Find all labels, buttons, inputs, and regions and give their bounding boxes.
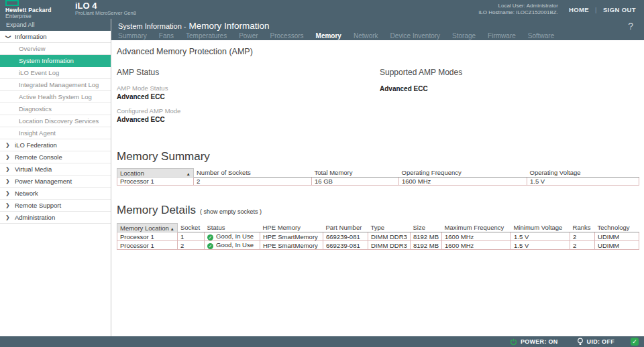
cell-type: DIMM DDR3 <box>368 232 411 241</box>
tab-network[interactable]: Network <box>354 32 378 40</box>
sidebar-section-label: Power Management <box>15 178 72 185</box>
power-icon <box>510 338 517 346</box>
help-icon[interactable]: ? <box>628 21 633 31</box>
product-title-block: iLO 4 ProLiant MicroServer Gen8 <box>75 2 136 17</box>
product-name: iLO 4 <box>75 2 136 9</box>
sidebar-item-ilo-event-log[interactable]: iLO Event Log <box>0 67 111 79</box>
column-header-operating-frequency[interactable]: Operating Frequency <box>399 169 527 178</box>
sidebar-section-label: Network <box>15 190 38 197</box>
sidebar-section-power-management[interactable]: ❯Power Management <box>0 176 111 188</box>
tab-software[interactable]: Software <box>528 32 554 40</box>
product-subtitle: ProLiant MicroServer Gen8 <box>75 9 136 17</box>
tab-fans[interactable]: Fans <box>159 32 174 40</box>
tab-summary[interactable]: Summary <box>118 32 147 40</box>
column-header-maximum-frequency[interactable]: Maximum Frequency <box>442 224 511 232</box>
sidebar-section-ilo-federation[interactable]: ❯iLO Federation <box>0 139 111 151</box>
sidebar-item-system-information[interactable]: System Information <box>0 55 111 67</box>
column-header-number-of-sockets[interactable]: Number of Sockets <box>194 169 312 178</box>
sidebar-section-label: Administration <box>15 214 55 221</box>
tab-device-inventory[interactable]: Device Inventory <box>390 32 440 40</box>
sidebar-item-insight-agent[interactable]: Insight Agent <box>0 127 111 139</box>
cell-ranks: 2 <box>570 241 595 250</box>
table-row: Processor 12✓Good, In UseHPE SmartMemory… <box>117 241 639 250</box>
link-divider: | <box>595 6 597 13</box>
sort-ascending-icon: ▲ <box>186 171 191 176</box>
uid-status: UID: OFF <box>577 338 614 346</box>
sidebar-section-administration[interactable]: ❯Administration <box>0 212 111 224</box>
cell-socket: 2 <box>178 241 205 250</box>
supported-amp-column: Supported AMP Modes Advanced ECC <box>380 68 462 130</box>
column-header-status[interactable]: Status <box>205 224 260 232</box>
sidebar-section-network[interactable]: ❯Network <box>0 188 111 200</box>
tab-power[interactable]: Power <box>239 32 258 40</box>
cell-size: 8192 MB <box>411 232 442 241</box>
sidebar-section-label: Remote Console <box>15 153 62 161</box>
chevron-right-icon: ❯ <box>5 151 10 163</box>
memory-details-table: Memory Location▲SocketStatusHPE MemoryPa… <box>117 223 639 250</box>
memory-details-title-text: Memory Details <box>117 204 196 216</box>
sidebar-section-remote-console[interactable]: ❯Remote Console <box>0 151 111 163</box>
sidebar-item-overview[interactable]: Overview <box>0 43 111 55</box>
tab-firmware[interactable]: Firmware <box>488 32 516 40</box>
ilo-hostname-label: iLO Hostname: ILOCZ152001BZ. <box>479 9 558 16</box>
tab-temperatures[interactable]: Temperatures <box>186 32 227 40</box>
sidebar-section-information[interactable]: ❯Information <box>0 31 111 43</box>
supported-amp-heading: Supported AMP Modes <box>380 68 462 77</box>
tab-bar: SummaryFansTemperaturesPowerProcessorsMe… <box>111 32 644 40</box>
main-content: Advanced Memory Protection (AMP) AMP Sta… <box>112 40 644 336</box>
health-ok-icon: ✓ <box>631 338 639 346</box>
sort-ascending-icon: ▲ <box>170 226 174 231</box>
sidebar-item-diagnostics[interactable]: Diagnostics <box>0 103 111 115</box>
cell-size: 8192 MB <box>411 241 442 250</box>
hpe-element-icon <box>5 0 19 6</box>
memory-details-title: Memory Details( show empty sockets ) <box>117 204 644 217</box>
amp-status-column: AMP Status AMP Mode Status Advanced ECC … <box>117 68 380 130</box>
expand-all-button[interactable]: Expand All <box>0 19 111 31</box>
show-empty-sockets-link[interactable]: ( show empty sockets ) <box>200 208 262 215</box>
cell-total-memory: 16 GB <box>312 178 399 186</box>
column-header-size[interactable]: Size <box>411 224 442 232</box>
supported-amp-field: Advanced ECC <box>380 84 462 93</box>
sidebar: Expand All ❯InformationOverviewSystem In… <box>0 19 111 336</box>
column-header-operating-voltage[interactable]: Operating Voltage <box>527 169 639 178</box>
sign-out-link[interactable]: SIGN OUT <box>603 6 636 13</box>
amp-mode-status-field: AMP Mode Status Advanced ECC <box>117 84 380 101</box>
home-link[interactable]: HOME <box>569 6 589 13</box>
amp-mode-status-value: Advanced ECC <box>117 92 380 101</box>
uid-bulb-icon <box>577 338 584 346</box>
column-header-location[interactable]: Location▲ <box>117 169 194 178</box>
content-header: System Information -Memory Information S… <box>111 19 644 40</box>
chevron-right-icon: ❯ <box>5 200 10 211</box>
tab-processors[interactable]: Processors <box>270 32 304 40</box>
column-header-type[interactable]: Type <box>368 224 411 232</box>
sidebar-section-label: Information <box>15 33 47 40</box>
column-header-memory-location[interactable]: Memory Location▲ <box>117 224 178 232</box>
sidebar-item-location-discovery-services[interactable]: Location Discovery Services <box>0 115 111 127</box>
sidebar-section-virtual-media[interactable]: ❯Virtual Media <box>0 163 111 176</box>
column-header-part-number[interactable]: Part Number <box>323 224 368 232</box>
cell-ranks: 2 <box>570 232 595 241</box>
chevron-right-icon: ❯ <box>5 188 10 199</box>
cell-hpe-memory: HPE SmartMemory <box>260 241 323 250</box>
cell-location: Processor 1 <box>117 178 194 186</box>
sidebar-item-active-health-system-log[interactable]: Active Health System Log <box>0 91 111 103</box>
configured-amp-mode-value: Advanced ECC <box>117 115 380 124</box>
uid-status-label: UID: OFF <box>587 338 614 345</box>
local-user-label: Local User: Administrator <box>479 3 558 9</box>
top-bar: Hewlett Packard Enterprise iLO 4 ProLian… <box>0 0 644 19</box>
tab-storage[interactable]: Storage <box>452 32 476 40</box>
column-header-ranks[interactable]: Ranks <box>570 224 595 232</box>
chevron-right-icon: ❯ <box>5 163 10 175</box>
column-header-hpe-memory[interactable]: HPE Memory <box>260 224 323 232</box>
sidebar-item-integrated-management-log[interactable]: Integrated Management Log <box>0 79 111 91</box>
cell-socket: 1 <box>178 232 205 241</box>
column-header-technology[interactable]: Technology <box>595 224 639 232</box>
sidebar-section-remote-support[interactable]: ❯Remote Support <box>0 200 111 212</box>
amp-status-heading: AMP Status <box>117 68 380 77</box>
column-header-total-memory[interactable]: Total Memory <box>312 169 399 178</box>
column-header-minimum-voltage[interactable]: Minimum Voltage <box>511 224 570 232</box>
top-right-area: Local User: Administrator iLO Hostname: … <box>479 3 644 16</box>
cell-operating-voltage: 1.5 V <box>527 178 639 186</box>
column-header-socket[interactable]: Socket <box>178 224 205 232</box>
tab-memory[interactable]: Memory <box>316 32 341 40</box>
